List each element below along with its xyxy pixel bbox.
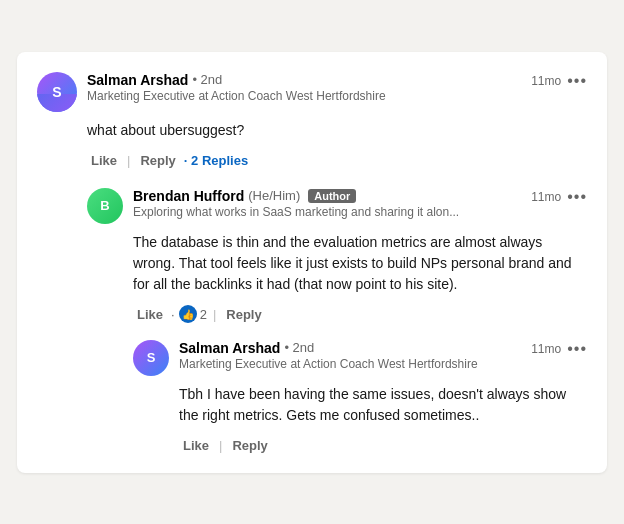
commenter-title: Marketing Executive at Action Coach West…	[87, 89, 521, 103]
timestamp: 11mo	[531, 342, 561, 356]
reply2-degree: • 2nd	[284, 340, 314, 355]
meta-right-salman2: 11mo •••	[531, 340, 587, 358]
reply-title: Exploring what works in SaaS marketing a…	[133, 205, 521, 219]
comment-body: what about ubersuggest? Like | Reply · 2…	[87, 120, 587, 172]
more-options-button[interactable]: •••	[567, 188, 587, 206]
reply-pronouns: (He/Him)	[248, 188, 300, 203]
divider: |	[219, 438, 222, 453]
reply2-title: Marketing Executive at Action Coach West…	[179, 357, 521, 371]
name-area-brendan: Brendan Hufford (He/Him) Author Explorin…	[133, 188, 521, 219]
reply-button[interactable]: Reply	[222, 303, 265, 326]
like-button[interactable]: Like	[179, 434, 213, 457]
nested-reply-1: B Brendan Hufford (He/Him) Author Explor…	[87, 188, 587, 326]
nested-header: B Brendan Hufford (He/Him) Author Explor…	[87, 188, 587, 224]
commenter-name: Salman Arshad	[87, 72, 188, 88]
like-count-area: 👍 2	[179, 305, 207, 323]
more-options-button[interactable]: •••	[567, 72, 587, 90]
name-row: Salman Arshad • 2nd	[87, 72, 521, 88]
timestamp: 11mo	[531, 74, 561, 88]
meta-right-brendan: 11mo •••	[531, 188, 587, 206]
like-button[interactable]: Like	[133, 303, 167, 326]
dot-sep: ·	[171, 307, 175, 322]
like-count: 2	[200, 307, 207, 322]
like-button[interactable]: Like	[87, 149, 121, 172]
reply-button[interactable]: Reply	[136, 149, 179, 172]
replies-link[interactable]: · 2 Replies	[180, 149, 252, 172]
top-comment: S Salman Arshad • 2nd Marketing Executiv…	[37, 72, 587, 172]
reply-button[interactable]: Reply	[228, 434, 271, 457]
nested-body: The database is thin and the evaluation …	[133, 232, 587, 326]
name-area: Salman Arshad • 2nd Marketing Executive …	[87, 72, 521, 103]
divider: |	[127, 153, 130, 168]
reply-name: Brendan Hufford	[133, 188, 244, 204]
comments-card: S Salman Arshad • 2nd Marketing Executiv…	[17, 52, 607, 473]
reply2-text: Tbh I have been having the same issues, …	[179, 384, 587, 426]
reply-text: The database is thin and the evaluation …	[133, 232, 587, 295]
comment-text: what about ubersuggest?	[87, 120, 587, 141]
timestamp: 11mo	[531, 190, 561, 204]
meta-right: 11mo •••	[531, 72, 587, 90]
avatar-brendan: B	[87, 188, 123, 224]
name-row-brendan: Brendan Hufford (He/Him) Author	[133, 188, 521, 204]
name-row-salman2: Salman Arshad • 2nd	[179, 340, 521, 356]
divider: |	[213, 307, 216, 322]
name-area-salman2: Salman Arshad • 2nd Marketing Executive …	[179, 340, 521, 371]
reply2-name: Salman Arshad	[179, 340, 280, 356]
avatar: S	[37, 72, 77, 112]
action-bar: Like | Reply · 2 Replies	[87, 149, 587, 172]
like-emoji-icon: 👍	[179, 305, 197, 323]
nested-body-2: Tbh I have been having the same issues, …	[179, 384, 587, 457]
nested-reply-2: S Salman Arshad • 2nd Marketing Executiv…	[133, 340, 587, 457]
degree: • 2nd	[192, 72, 222, 87]
action-bar-brendan: Like · 👍 2 | Reply	[133, 303, 587, 326]
action-bar-salman2: Like | Reply	[179, 434, 587, 457]
more-options-button[interactable]: •••	[567, 340, 587, 358]
avatar-salman-2: S	[133, 340, 169, 376]
nested-header-2: S Salman Arshad • 2nd Marketing Executiv…	[133, 340, 587, 376]
author-badge: Author	[308, 189, 356, 203]
comment-header: S Salman Arshad • 2nd Marketing Executiv…	[37, 72, 587, 112]
